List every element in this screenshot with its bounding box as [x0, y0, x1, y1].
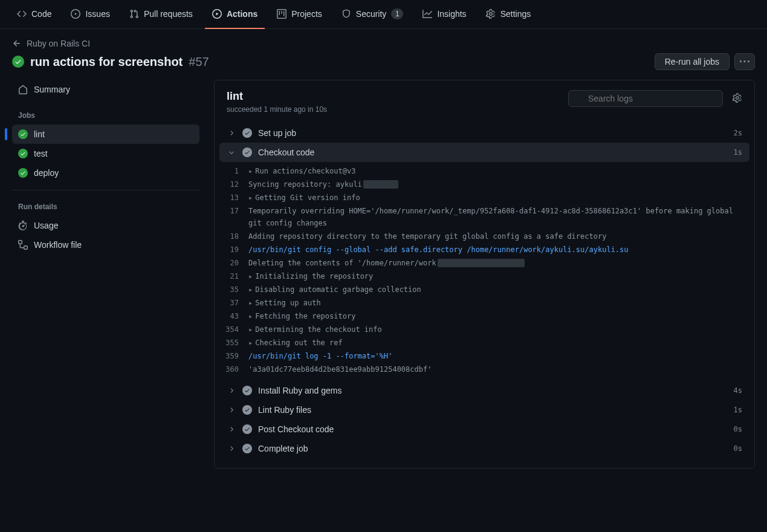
log-text: Deleting the contents of '/home/runner/w…: [248, 257, 749, 269]
nav-settings-label: Settings: [500, 9, 531, 19]
step-row[interactable]: Complete job0s: [219, 439, 749, 458]
chevron-down-icon: [227, 148, 236, 157]
step-row[interactable]: Checkout code1s: [219, 143, 749, 162]
success-icon: [242, 128, 252, 138]
nav-pulls[interactable]: Pull requests: [122, 0, 200, 29]
triangle-right-icon: ▸: [248, 270, 253, 282]
step-name: Install Ruby and gems: [258, 386, 728, 395]
log-settings-button[interactable]: [733, 93, 742, 105]
line-number: 18: [219, 230, 248, 242]
step-row[interactable]: Lint Ruby files1s: [219, 400, 749, 420]
workflow-icon: [18, 240, 28, 250]
workflow-header: Ruby on Rails CI run actions for screens…: [0, 29, 767, 70]
run-details-heading: Run details: [12, 198, 199, 216]
sidebar-workflow[interactable]: Workflow file: [12, 235, 199, 255]
step-row[interactable]: Install Ruby and gems4s: [219, 381, 749, 400]
sidebar-job-deploy[interactable]: deploy: [12, 163, 199, 183]
chevron-right-icon: [227, 386, 236, 395]
back-link[interactable]: Ruby on Rails CI: [12, 39, 755, 48]
success-icon: [18, 168, 28, 178]
log-text: ▸Fetching the repository: [248, 310, 749, 322]
line-number: 1: [219, 165, 248, 177]
line-number: 13: [219, 192, 248, 204]
log-line[interactable]: 20Deleting the contents of '/home/runner…: [219, 256, 749, 270]
log-line[interactable]: 355▸Checking out the ref: [219, 336, 749, 349]
log-line[interactable]: 354▸Determining the checkout info: [219, 323, 749, 336]
sidebar: Summary Jobs linttestdeploy Run details …: [12, 80, 199, 469]
line-number: 20: [219, 257, 248, 269]
triangle-right-icon: ▸: [248, 165, 253, 177]
log-text: Temporarily overriding HOME='/home/runne…: [248, 205, 749, 229]
success-icon: [242, 148, 252, 157]
nav-settings[interactable]: Settings: [479, 0, 539, 29]
log-line[interactable]: 37▸Setting up auth: [219, 296, 749, 310]
search-logs-input[interactable]: [568, 90, 723, 107]
log-line[interactable]: 35▸Disabling automatic garbage collectio…: [219, 283, 749, 296]
line-number: 12: [219, 178, 248, 190]
log-line[interactable]: 359/usr/bin/git log -1 --format='%H': [219, 349, 749, 363]
step-row[interactable]: Post Checkout code0s: [219, 420, 749, 439]
log-text: /usr/bin/git config --global --add safe.…: [248, 244, 749, 256]
log-line[interactable]: 18Adding repository directory to the tem…: [219, 230, 749, 243]
nav-insights-label: Insights: [437, 9, 466, 19]
step-time: 1s: [734, 406, 742, 414]
line-number: 355: [219, 337, 248, 349]
sidebar-job-test[interactable]: test: [12, 144, 199, 163]
kebab-icon: [740, 57, 749, 66]
step-time: 1s: [734, 148, 742, 157]
security-counter: 1: [391, 8, 403, 19]
log-line[interactable]: 1▸Run actions/checkout@v3: [219, 164, 749, 178]
line-number: 360: [219, 363, 248, 375]
job-label: lint: [34, 129, 45, 139]
log-line[interactable]: 19/usr/bin/git config --global --add saf…: [219, 243, 749, 256]
line-number: 19: [219, 244, 248, 256]
home-icon: [18, 85, 28, 94]
step-name: Post Checkout code: [258, 424, 728, 434]
nav-actions[interactable]: Actions: [205, 0, 265, 29]
log-line[interactable]: 360'a3a01dc77eeb8d4d2be831ee9abb91254008…: [219, 363, 749, 376]
sidebar-job-lint[interactable]: lint: [12, 125, 199, 144]
log-line[interactable]: 21▸Initializing the repository: [219, 270, 749, 283]
step-name: Complete job: [258, 444, 728, 453]
success-icon: [242, 405, 252, 415]
success-icon: [18, 129, 28, 139]
log-line[interactable]: 12Syncing repository: aykulixxxxxxxx: [219, 178, 749, 191]
sidebar-usage[interactable]: Usage: [12, 216, 199, 235]
log-line[interactable]: 43▸Fetching the repository: [219, 310, 749, 323]
log-line[interactable]: 13▸Getting Git version info: [219, 191, 749, 204]
line-number: 37: [219, 297, 248, 309]
success-icon: [18, 149, 28, 158]
log-text: ▸Getting Git version info: [248, 192, 749, 204]
more-options-button[interactable]: [734, 53, 755, 70]
rerun-button[interactable]: Re-run all jobs: [655, 53, 730, 70]
log-line[interactable]: 17Temporarily overriding HOME='/home/run…: [219, 204, 749, 230]
job-label: deploy: [34, 168, 59, 178]
nav-projects[interactable]: Projects: [270, 0, 329, 29]
stopwatch-icon: [18, 221, 28, 230]
back-label: Ruby on Rails CI: [27, 39, 90, 48]
step-time: 2s: [734, 129, 742, 137]
workflow-title: run actions for screenshot: [30, 55, 183, 69]
step-time: 0s: [734, 444, 742, 453]
nav-issues[interactable]: Issues: [63, 0, 117, 29]
nav-pulls-label: Pull requests: [144, 9, 193, 19]
nav-projects-label: Projects: [291, 9, 322, 19]
success-icon: [12, 56, 24, 68]
log-text: 'a3a01dc77eeb8d4d2be831ee9abb91254008cdb…: [248, 363, 749, 375]
nav-security-label: Security: [356, 9, 387, 19]
triangle-right-icon: ▸: [248, 337, 253, 349]
step-time: 4s: [734, 386, 742, 395]
job-panel: lint succeeded 1 minute ago in 10s Set u…: [214, 80, 755, 469]
sidebar-usage-label: Usage: [34, 221, 58, 230]
line-number: 354: [219, 323, 248, 336]
log-text: ▸Run actions/checkout@v3: [248, 165, 749, 177]
separator: [12, 190, 199, 190]
sidebar-summary[interactable]: Summary: [12, 80, 199, 99]
nav-security[interactable]: Security 1: [334, 0, 411, 29]
triangle-right-icon: ▸: [248, 192, 253, 204]
nav-insights[interactable]: Insights: [415, 0, 473, 29]
line-number: 17: [219, 205, 248, 229]
sidebar-workflow-label: Workflow file: [34, 240, 82, 250]
step-row[interactable]: Set up job2s: [219, 123, 749, 143]
nav-code[interactable]: Code: [10, 0, 59, 29]
